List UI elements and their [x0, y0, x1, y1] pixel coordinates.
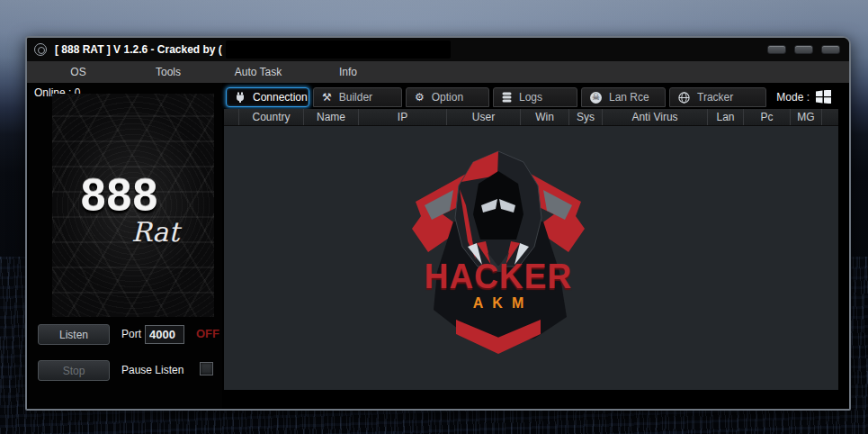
- maximize-button[interactable]: [794, 45, 813, 54]
- title-bar[interactable]: [ 888 RAT ] V 1.2.6 - Cracked by (: [27, 38, 849, 61]
- tab-option[interactable]: ⚙ Option: [406, 87, 489, 107]
- status-badge: OFF: [196, 327, 219, 340]
- window-content: Online : 0 888 Rat Listen Port OFF Stop …: [27, 83, 849, 409]
- globe-icon: [678, 92, 690, 104]
- column-header-blank[interactable]: [224, 109, 239, 125]
- skull-icon: ☠: [590, 92, 602, 104]
- column-header-country[interactable]: Country: [239, 109, 304, 125]
- tab-label: Lan Rce: [609, 91, 649, 104]
- tab-label: Connection: [253, 91, 308, 104]
- logo-888-panel: 888 Rat: [52, 94, 214, 317]
- pause-listen-checkbox[interactable]: [200, 362, 213, 375]
- main-area: Connection ⚒ Builder ⚙ Option Logs: [224, 83, 849, 409]
- menu-item-tools[interactable]: Tools: [123, 66, 213, 78]
- client-list-panel: HACKER AKM: [224, 126, 838, 390]
- mode-selector: Mode :: [776, 90, 831, 104]
- menu-item-os[interactable]: OS: [33, 66, 123, 78]
- redaction-block: [226, 41, 451, 59]
- logo-888-text: 888: [52, 169, 187, 222]
- stop-button[interactable]: Stop: [38, 360, 110, 381]
- column-header-win[interactable]: Win: [521, 109, 569, 125]
- column-header-antivirus[interactable]: Anti Virus: [603, 109, 708, 125]
- gear-icon: ⚙: [415, 92, 425, 103]
- close-button[interactable]: [821, 45, 840, 54]
- menu-item-info[interactable]: Info: [303, 66, 393, 78]
- app-window: [ 888 RAT ] V 1.2.6 - Cracked by ( OS To…: [25, 36, 851, 411]
- column-header-mg[interactable]: MG: [791, 109, 822, 125]
- port-input[interactable]: [145, 325, 184, 344]
- logo-rat-text: Rat: [131, 216, 179, 248]
- pause-listen-label: Pause Listen: [121, 364, 183, 376]
- minimize-button[interactable]: [767, 45, 786, 54]
- menu-bar: OS Tools Auto Task Info: [27, 61, 849, 83]
- mode-label: Mode :: [776, 91, 810, 104]
- menu-item-auto-task[interactable]: Auto Task: [213, 66, 303, 78]
- hacker-logo-graphic: [390, 146, 606, 357]
- column-header-user[interactable]: User: [447, 109, 521, 125]
- hacker-watermark: HACKER AKM: [390, 146, 606, 357]
- sidebar: Online : 0 888 Rat Listen Port OFF Stop …: [29, 83, 222, 409]
- column-header-sys[interactable]: Sys: [569, 109, 603, 125]
- windows-logo-icon[interactable]: [816, 90, 831, 104]
- tab-builder[interactable]: ⚒ Builder: [313, 87, 402, 107]
- column-header-name[interactable]: Name: [304, 109, 359, 125]
- app-icon: [34, 43, 47, 56]
- plug-icon: [235, 92, 246, 103]
- hammer-wrench-icon: ⚒: [322, 92, 332, 103]
- tab-tracker[interactable]: Tracker: [669, 87, 766, 107]
- column-header-pc[interactable]: Pc: [744, 109, 791, 125]
- tab-label: Tracker: [697, 91, 733, 104]
- tab-label: Logs: [519, 91, 542, 104]
- listen-button[interactable]: Listen: [38, 324, 110, 345]
- database-icon: [502, 92, 512, 103]
- tab-lan-rce[interactable]: ☠ Lan Rce: [581, 87, 666, 107]
- tab-label: Option: [432, 91, 463, 104]
- tab-connection[interactable]: Connection: [226, 87, 309, 107]
- hacker-title-text: HACKER: [390, 257, 606, 296]
- table-header-row: Country Name IP User Win Sys Anti Virus …: [224, 109, 838, 126]
- tab-label: Builder: [339, 91, 372, 104]
- tab-logs[interactable]: Logs: [493, 87, 577, 107]
- column-header-lan[interactable]: Lan: [708, 109, 744, 125]
- port-label: Port: [121, 328, 141, 340]
- window-controls: [767, 45, 840, 54]
- column-header-ip[interactable]: IP: [359, 109, 447, 125]
- column-header-filler: [822, 109, 838, 125]
- hacker-subtitle-text: AKM: [390, 295, 606, 312]
- window-title: [ 888 RAT ] V 1.2.6 - Cracked by (: [55, 43, 222, 56]
- tab-bar: Connection ⚒ Builder ⚙ Option Logs: [224, 87, 849, 107]
